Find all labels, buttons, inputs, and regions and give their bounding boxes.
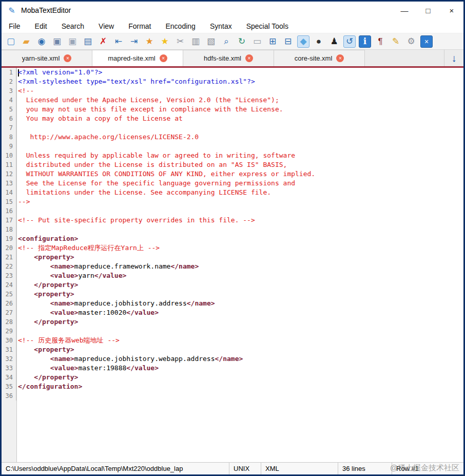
code-text: <!-- 历史服务器web端地址 --> (16, 336, 120, 345)
maximize-button[interactable]: □ (416, 2, 440, 19)
sync-view-icon[interactable]: ⊟ (282, 35, 294, 48)
code-line[interactable]: 19<configuration> (2, 234, 463, 243)
line-number: 15 (2, 197, 16, 206)
code-line[interactable]: 31 <property> (2, 345, 463, 354)
highlighter-icon[interactable]: ✎ (390, 35, 402, 48)
tab-close-icon[interactable]: × (245, 54, 253, 62)
pilcrow-icon[interactable]: ¶ (374, 35, 386, 48)
code-line[interactable]: 22 <name>mapreduce.framework.name</name> (2, 262, 463, 271)
code-text: <property> (16, 290, 74, 299)
code-text: <!-- (16, 86, 34, 96)
line-number: 21 (2, 253, 16, 262)
code-line[interactable]: 21 <property> (2, 253, 463, 262)
code-line[interactable]: 6 You may obtain a copy of the License a… (2, 114, 463, 123)
code-line[interactable]: 17<!-- Put site-specific property overri… (2, 216, 463, 225)
code-line[interactable]: 13 See the License for the specific lang… (2, 179, 463, 188)
code-line[interactable]: 20<!-- 指定MapReduce程序运行在Yarn上 --> (2, 243, 463, 253)
undo-icon[interactable]: ↺ (343, 35, 356, 48)
favorite-icon[interactable]: ★ (159, 35, 171, 48)
favorite-add-icon[interactable]: ★ (143, 35, 156, 48)
code-line[interactable]: 16 (2, 206, 463, 216)
apple-icon[interactable]: ● (313, 35, 325, 48)
info-icon[interactable]: ℹ (359, 35, 371, 48)
line-number: 26 (2, 299, 16, 308)
record-icon[interactable]: ◉ (35, 35, 48, 48)
search-icon[interactable]: ⌕ (220, 35, 232, 48)
code-line[interactable]: 12 WITHOUT WARRANTIES OR CONDITIONS OF A… (2, 169, 463, 179)
paste-icon[interactable]: ▧ (205, 35, 217, 48)
code-line[interactable]: 36 (2, 391, 463, 401)
tab-close-icon[interactable]: × (160, 54, 167, 62)
menu-item-encoding[interactable]: Encoding (165, 22, 195, 30)
code-line[interactable]: 7 (2, 123, 463, 132)
code-line[interactable]: 35</configuration> (2, 382, 463, 391)
code-line[interactable]: 2<?xml-stylesheet type="text/xsl" href="… (2, 77, 463, 86)
copy-icon[interactable]: ▥ (189, 35, 202, 48)
tab-hdfs-site.xml[interactable]: hdfs-site.xml× (183, 50, 274, 66)
code-line[interactable]: 3<!-- (2, 86, 463, 96)
code-line[interactable]: 29 (2, 327, 463, 336)
code-text: <name>mapreduce.jobhistory.webapp.addres… (16, 354, 243, 364)
status-line-ending[interactable]: UNIX (229, 463, 261, 474)
code-line[interactable]: 18 (2, 225, 463, 234)
app-icon: ✎ (7, 5, 17, 15)
settings-gears-icon[interactable]: ⚙ (405, 35, 417, 48)
tab-scroll-down-button[interactable]: ↓ (444, 50, 463, 66)
minimize-button[interactable]: — (393, 2, 416, 19)
print-icon[interactable]: ▤ (82, 35, 94, 48)
menu-item-format[interactable]: Format (128, 22, 151, 30)
outdent-icon[interactable]: ⇤ (112, 35, 125, 48)
code-text: http://www.apache.org/licenses/LICENSE-2… (16, 132, 199, 142)
code-line[interactable]: 27 <value>master:10020</value> (2, 308, 463, 317)
menu-item-special-tools[interactable]: Special Tools (246, 22, 288, 30)
code-line[interactable]: 32 <name>mapreduce.jobhistory.webapp.add… (2, 354, 463, 364)
code-line[interactable]: 11 distributed under the License is dist… (2, 160, 463, 169)
frame-icon[interactable]: ▭ (251, 35, 263, 48)
open-folder-icon[interactable]: ▰ (20, 35, 32, 48)
cut-icon[interactable]: ✂ (174, 35, 186, 48)
tab-close-icon[interactable]: × (336, 54, 344, 62)
code-line[interactable]: 14 limitations under the License. See ac… (2, 188, 463, 197)
tab-yarn-site.xml[interactable]: yarn-site.xml× (2, 50, 92, 66)
delete-icon[interactable]: ✗ (97, 35, 109, 48)
close-editor-icon[interactable]: × (420, 35, 433, 48)
menu-item-search[interactable]: Search (62, 22, 84, 30)
save-all-icon[interactable]: ▣ (66, 35, 79, 48)
menu-item-syntax[interactable]: Syntax (210, 22, 232, 30)
status-syntax-mode[interactable]: XML (261, 463, 338, 474)
menu-item-file[interactable]: File (9, 22, 21, 30)
linux-penguin-icon[interactable]: ♟ (328, 35, 340, 48)
save-icon[interactable]: ▣ (51, 35, 63, 48)
code-line[interactable]: 26 <name>mapreduce.jobhistory.address</n… (2, 299, 463, 308)
code-line[interactable]: 5 you may not use this file except in co… (2, 105, 463, 114)
new-file-icon[interactable]: ▢ (5, 35, 17, 48)
code-line[interactable]: 4 Licensed under the Apache License, Ver… (2, 96, 463, 105)
code-text: <configuration> (16, 234, 78, 243)
code-area[interactable]: 1<?xml version="1.0"?>2<?xml-stylesheet … (2, 68, 463, 462)
code-line[interactable]: 10 Unless required by applicable law or … (2, 151, 463, 160)
water-drop-icon[interactable]: ◆ (297, 35, 309, 48)
code-line[interactable]: 30<!-- 历史服务器web端地址 --> (2, 336, 463, 345)
code-line[interactable]: 25 <property> (2, 290, 463, 299)
tab-mapred-site.xml[interactable]: mapred-site.xml× (92, 50, 183, 66)
replace-icon[interactable]: ↻ (236, 35, 248, 48)
code-line[interactable]: 33 <value>master:19888</value> (2, 364, 463, 373)
tab-label: core-site.xml (295, 54, 333, 62)
close-button[interactable]: × (440, 2, 463, 19)
code-text: <value>master:19888</value> (16, 364, 159, 373)
code-line[interactable]: 8 http://www.apache.org/licenses/LICENSE… (2, 132, 463, 142)
split-view-icon[interactable]: ⊞ (266, 35, 279, 48)
code-line[interactable]: 24 </property> (2, 280, 463, 290)
indent-icon[interactable]: ⇥ (128, 35, 140, 48)
code-line[interactable]: 34 </property> (2, 373, 463, 382)
code-line[interactable]: 28 </property> (2, 317, 463, 327)
menu-item-view[interactable]: View (99, 22, 114, 30)
tab-core-site.xml[interactable]: core-site.xml× (274, 50, 365, 66)
code-line[interactable]: 15--> (2, 197, 463, 206)
window-controls: — □ × (393, 2, 463, 19)
code-line[interactable]: 1<?xml version="1.0"?> (2, 68, 463, 77)
code-line[interactable]: 23 <value>yarn</value> (2, 271, 463, 280)
tab-close-icon[interactable]: × (64, 54, 71, 62)
code-line[interactable]: 9 (2, 142, 463, 151)
menu-item-edit[interactable]: Edit (35, 22, 47, 30)
